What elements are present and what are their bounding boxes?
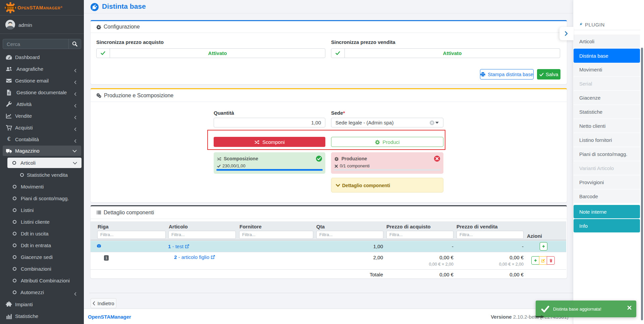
svg-text:OSM: OSM — [7, 6, 14, 9]
